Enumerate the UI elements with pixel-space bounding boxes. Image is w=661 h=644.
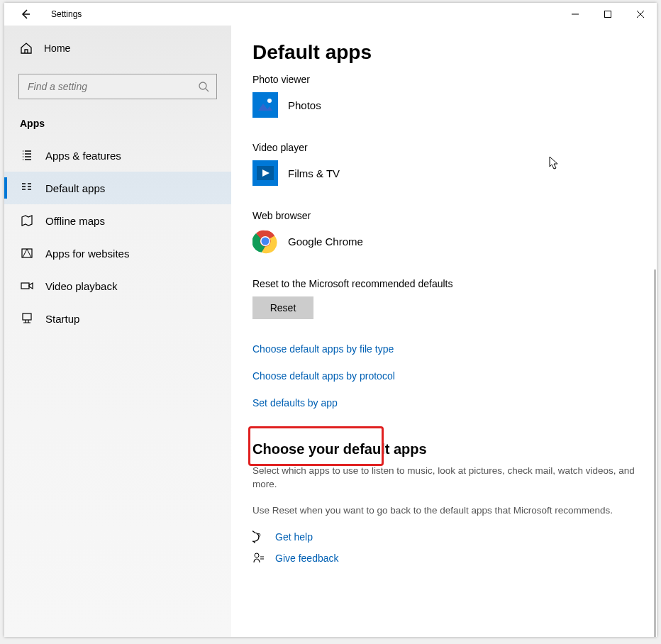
link-filetype[interactable]: Choose default apps by file type — [252, 343, 635, 355]
reset-button[interactable]: Reset — [252, 296, 313, 319]
defaults-icon — [20, 182, 34, 194]
minimize-button[interactable] — [559, 3, 591, 26]
search-input[interactable] — [26, 80, 198, 93]
sidebar: Home Apps Apps & features Default apps — [4, 26, 231, 637]
sidebar-item-video-playback[interactable]: Video playback — [4, 270, 231, 302]
page-title: Default apps — [252, 41, 635, 64]
back-arrow-icon — [20, 9, 31, 20]
sidebar-section-title: Apps — [4, 99, 231, 129]
svg-text:?: ? — [257, 533, 261, 540]
feedback-row: Give feedback — [252, 552, 635, 565]
svg-point-14 — [255, 553, 259, 557]
home-icon — [20, 42, 33, 55]
choose-p2: Use Reset when you want to go back to th… — [252, 504, 635, 518]
search-box[interactable] — [18, 74, 217, 99]
window-body: Home Apps Apps & features Default apps — [4, 26, 657, 637]
sidebar-item-apps-websites[interactable]: Apps for websites — [4, 237, 231, 270]
svg-point-1 — [199, 82, 206, 89]
video-icon — [20, 279, 34, 292]
minimize-icon — [572, 11, 579, 18]
scrollbar[interactable] — [654, 270, 656, 637]
maximize-icon — [604, 11, 611, 18]
home-label: Home — [44, 43, 70, 54]
list-icon — [20, 149, 34, 162]
app-label: Photos — [288, 99, 321, 111]
svg-rect-5 — [252, 92, 278, 118]
sidebar-item-offline-maps[interactable]: Offline maps — [4, 204, 231, 237]
window-title: Settings — [51, 9, 82, 19]
settings-window: Settings Home Apps Apps & — [4, 3, 657, 637]
help-icon: ? — [252, 531, 268, 543]
photos-icon — [252, 92, 278, 118]
group-photo-title: Photo viewer — [252, 74, 635, 85]
link-set-by-app[interactable]: Set defaults by app — [252, 397, 635, 409]
svg-rect-0 — [605, 11, 611, 18]
feedback-icon — [252, 552, 268, 565]
maximize-button[interactable] — [591, 3, 624, 26]
search-icon — [198, 81, 209, 92]
links-section: Choose default apps by file type Choose … — [252, 343, 635, 409]
sidebar-item-label: Startup — [45, 313, 79, 325]
svg-point-12 — [262, 238, 270, 245]
default-video-app[interactable]: Films & TV — [252, 160, 635, 186]
window-controls — [559, 3, 657, 26]
sidebar-item-default-apps[interactable]: Default apps — [4, 172, 231, 204]
sidebar-item-startup[interactable]: Startup — [4, 302, 231, 335]
link-protocol[interactable]: Choose default apps by protocol — [252, 370, 635, 382]
content-pane: Default apps Photo viewer Photos Video p… — [231, 26, 657, 637]
back-button[interactable] — [17, 6, 34, 23]
svg-point-6 — [267, 99, 272, 103]
group-browser-title: Web browser — [252, 210, 635, 221]
chrome-icon — [252, 228, 278, 254]
close-button[interactable] — [624, 3, 657, 26]
reset-description: Reset to the Microsoft recommended defau… — [252, 278, 635, 289]
titlebar: Settings — [4, 3, 657, 26]
films-tv-icon — [252, 160, 278, 186]
map-icon — [20, 214, 34, 227]
choose-heading: Choose your default apps — [252, 441, 635, 457]
sidebar-item-label: Apps & features — [45, 150, 121, 162]
default-photo-app[interactable]: Photos — [252, 92, 635, 118]
choose-p1: Select which apps to use to listen to mu… — [252, 465, 635, 492]
app-label: Google Chrome — [288, 235, 363, 248]
sidebar-item-label: Apps for websites — [45, 248, 129, 260]
close-icon — [637, 11, 644, 18]
sidebar-nav: Apps & features Default apps Offline map… — [4, 139, 231, 335]
give-feedback-link[interactable]: Give feedback — [275, 553, 339, 564]
startup-icon — [20, 312, 34, 325]
default-browser-app[interactable]: Google Chrome — [252, 228, 635, 254]
websites-icon — [20, 247, 34, 260]
sidebar-item-label: Offline maps — [45, 215, 105, 227]
help-row: ? Get help — [252, 531, 635, 543]
svg-rect-4 — [23, 313, 31, 320]
get-help-link[interactable]: Get help — [275, 531, 313, 543]
home-link[interactable]: Home — [4, 33, 231, 64]
sidebar-item-apps-features[interactable]: Apps & features — [4, 139, 231, 172]
sidebar-item-label: Default apps — [45, 182, 105, 194]
sidebar-item-label: Video playback — [45, 280, 117, 292]
group-video-title: Video player — [252, 142, 635, 153]
svg-rect-3 — [21, 283, 29, 289]
app-label: Films & TV — [288, 167, 340, 179]
